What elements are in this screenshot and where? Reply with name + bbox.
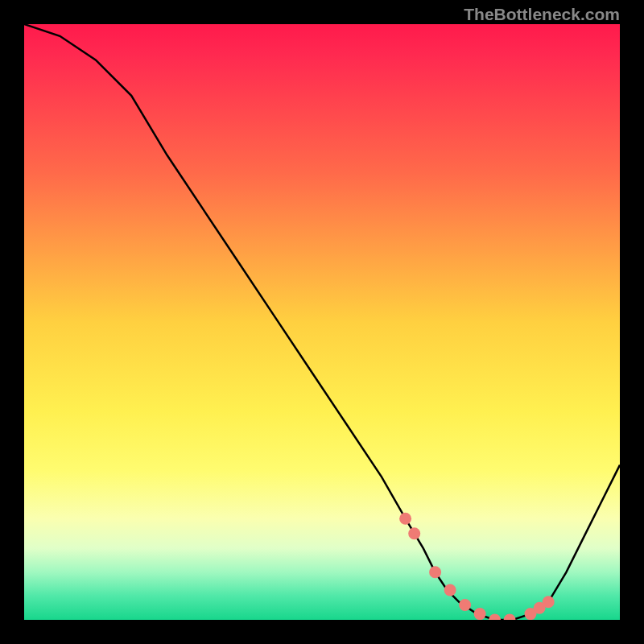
optimal-marker — [408, 527, 420, 539]
bottleneck-curve — [24, 24, 620, 620]
optimal-marker — [474, 608, 486, 620]
optimal-marker — [543, 596, 555, 608]
optimal-marker — [444, 584, 456, 597]
optimal-marker — [459, 599, 471, 611]
plot-area — [24, 24, 620, 620]
branding-text: TheBottleneck.com — [464, 5, 620, 24]
optimal-markers — [399, 513, 555, 620]
optimal-marker — [504, 614, 516, 621]
optimal-marker — [429, 566, 441, 578]
optimal-marker — [489, 614, 501, 621]
chart-container: TheBottleneck.com — [0, 0, 644, 644]
optimal-marker — [399, 513, 411, 525]
curve-layer — [24, 24, 620, 620]
